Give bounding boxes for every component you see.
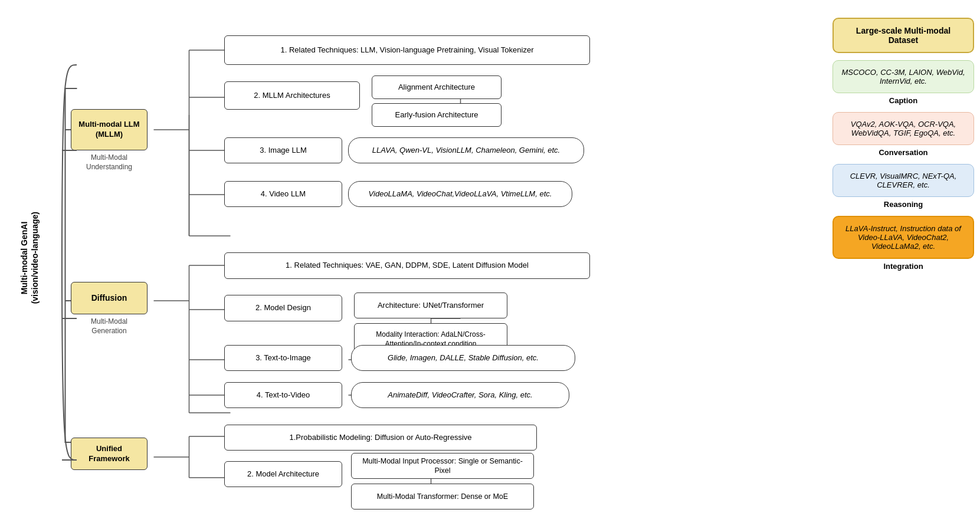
mllm-item3: 3. Image LLM [224, 137, 342, 163]
unified-input-processor: Multi-Modal Input Processor: Single or S… [351, 453, 534, 479]
reasoning-data-card: CLEVR, VisualMRC, NExT-QA, CLEVRER, etc. [832, 164, 974, 197]
conversation-label: Conversation [832, 148, 974, 157]
mllm-image-llm-models: LLAVA, Qwen-VL, VisionLLM, Chameleon, Ge… [348, 137, 584, 163]
dataset-label: Large-scale Multi-modal Dataset [856, 26, 950, 45]
mllm-sublabel: Multi-ModalUnderstanding [74, 153, 145, 172]
diffusion-sublabel: Multi-ModalGeneration [74, 317, 145, 336]
caption-section: MSCOCO, CC-3M, LAION, WebVid, InternVid,… [832, 60, 974, 105]
unified-item2: 2. Model Architecture [224, 461, 342, 487]
diff-arch: Architecture: UNet/Transformer [354, 292, 507, 318]
left-label-text: Multi-modal GenAI(vision/video-language) [19, 212, 40, 304]
diff-item3: 3. Text-to-Image [224, 345, 342, 371]
conversation-data-text: VQAv2, AOK-VQA, OCR-VQA, WebVidQA, TGIF,… [851, 120, 956, 137]
integration-data-text: LLaVA-Instruct, Instruction data of Vide… [845, 224, 961, 251]
mllm-video-llm-models: VideoLLaMA, VideoChat,VideoLLaVA, VtimeL… [348, 181, 572, 207]
integration-section: LLaVA-Instruct, Instruction data of Vide… [832, 216, 974, 271]
diagram-area: Multi-modal LLM(MLLM) Multi-ModalUnderst… [53, 12, 821, 504]
mllm-alignment: Alignment Architecture [372, 75, 502, 99]
main-container: Multi-modal GenAI(vision/video-language) [0, 0, 980, 516]
mllm-item1: 1. Related Techniques: LLM, Vision-langu… [224, 35, 590, 65]
conversation-section: VQAv2, AOK-VQA, OCR-VQA, WebVidQA, TGIF,… [832, 112, 974, 157]
diff-item1: 1. Related Techniques: VAE, GAN, DDPM, S… [224, 252, 590, 279]
caption-data-card: MSCOCO, CC-3M, LAION, WebVid, InternVid,… [832, 60, 974, 93]
main-bracket [53, 47, 83, 481]
unified-transformer: Multi-Modal Transformer: Dense or MoE [351, 484, 534, 510]
left-label: Multi-modal GenAI(vision/video-language) [6, 12, 53, 504]
dataset-card: Large-scale Multi-modal Dataset [832, 18, 974, 53]
reasoning-label: Reasoning [832, 200, 974, 209]
conversation-data-card: VQAv2, AOK-VQA, OCR-VQA, WebVidQA, TGIF,… [832, 112, 974, 145]
mllm-item2: 2. MLLM Architectures [224, 81, 360, 110]
right-panel: Large-scale Multi-modal Dataset MSCOCO, … [821, 12, 974, 504]
unified-item1: 1.Probabilistic Modeling: Diffusion or A… [224, 425, 537, 451]
mllm-earlyfusion: Early-fusion Architecture [372, 103, 502, 127]
diff-item4: 4. Text-to-Video [224, 382, 342, 408]
diff-text-to-video-models: AnimateDiff, VideoCrafter, Sora, Kling, … [351, 382, 569, 408]
reasoning-data-text: CLEVR, VisualMRC, NExT-QA, CLEVRER, etc. [850, 172, 957, 189]
integration-data-card: LLaVA-Instruct, Instruction data of Vide… [832, 216, 974, 259]
diff-item2: 2. Model Design [224, 295, 342, 321]
diff-text-to-image-models: Glide, Imagen, DALLE, Stable Diffusion, … [351, 345, 575, 371]
integration-label: Integration [832, 262, 974, 271]
mllm-item4: 4. Video LLM [224, 181, 342, 207]
caption-label: Caption [832, 96, 974, 105]
caption-data-text: MSCOCO, CC-3M, LAION, WebVid, InternVid,… [841, 68, 965, 86]
reasoning-section: CLEVR, VisualMRC, NExT-QA, CLEVRER, etc.… [832, 164, 974, 209]
